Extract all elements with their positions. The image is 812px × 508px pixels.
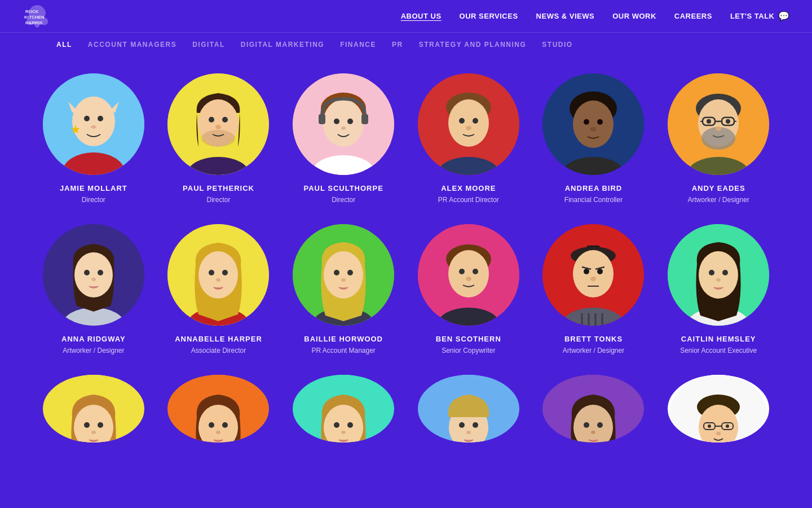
member-name-paul-s: PAUL SCULTHORPE xyxy=(303,184,383,194)
nav-work[interactable]: OUR WORK xyxy=(612,12,656,20)
team-member-row3-6[interactable] xyxy=(659,369,778,461)
svg-point-115 xyxy=(341,431,346,434)
filter-finance[interactable]: FINANCE xyxy=(340,41,376,49)
member-role-andy: Artworker / Designer xyxy=(687,196,749,204)
svg-point-109 xyxy=(216,431,220,434)
svg-point-34 xyxy=(473,118,478,124)
member-name-paul-p: PAUL PETHERICK xyxy=(183,184,254,194)
team-member-andy-eades[interactable]: ANDY EADES Artworker / Designer xyxy=(659,68,778,213)
member-role-annabelle: Associate Director xyxy=(191,347,246,354)
member-name-caitlin: CAITLIN HEMSLEY xyxy=(681,335,756,344)
svg-point-79 xyxy=(473,269,478,274)
svg-point-102 xyxy=(84,422,90,428)
svg-point-27 xyxy=(347,119,353,124)
site-header: ROCK KITCHEN HARRIS ABOUT US OUR SERVICE… xyxy=(0,0,812,33)
svg-point-133 xyxy=(708,424,711,428)
svg-point-19 xyxy=(215,125,221,129)
svg-point-67 xyxy=(216,278,220,282)
svg-point-95 xyxy=(699,251,738,299)
member-name-baillie: BAILLIE HORWOOD xyxy=(304,335,383,344)
nav-about[interactable]: ABOUT US xyxy=(401,12,442,20)
svg-point-54 xyxy=(726,119,730,124)
svg-point-114 xyxy=(347,422,353,428)
svg-point-89 xyxy=(573,250,614,297)
svg-point-118 xyxy=(459,422,465,428)
team-member-row3-1[interactable] xyxy=(34,369,153,461)
member-name-brett: BRETT TONKS xyxy=(564,335,623,344)
member-role-alex: PR Account Director xyxy=(438,196,499,204)
svg-point-98 xyxy=(716,278,721,282)
svg-point-7 xyxy=(84,116,90,121)
member-name-ben: BEN SCOTHERN xyxy=(436,335,501,344)
filter-studio[interactable]: STUDIO xyxy=(542,41,572,49)
member-name-anna: ANNA RIDGWAY xyxy=(61,335,126,344)
svg-point-73 xyxy=(341,278,346,282)
svg-point-16 xyxy=(201,130,235,147)
svg-point-72 xyxy=(347,270,353,275)
team-member-jamie-mollart[interactable]: JAMIE MOLLART Director xyxy=(34,68,153,213)
member-name-andy: ANDY EADES xyxy=(692,184,745,194)
team-member-row3-2[interactable] xyxy=(159,369,279,461)
team-member-anna-ridgway[interactable]: ANNA RIDGWAY Artworker / Designer xyxy=(34,218,153,364)
filter-account-managers[interactable]: ACCOUNT MANAGERS xyxy=(88,41,176,49)
member-name-alex: ALEX MOORE xyxy=(441,184,496,194)
svg-point-42 xyxy=(590,127,597,132)
svg-point-39 xyxy=(573,100,614,148)
svg-point-103 xyxy=(98,422,103,428)
svg-point-17 xyxy=(209,117,214,122)
filter-strategy[interactable]: STRATEGY AND PLANNING xyxy=(419,41,527,49)
svg-point-8 xyxy=(98,116,103,121)
member-role-brett: Artworker / Designer xyxy=(563,347,624,354)
svg-point-90 xyxy=(584,269,589,274)
team-member-row3-5[interactable] xyxy=(534,369,654,461)
svg-point-23 xyxy=(323,99,364,147)
svg-point-134 xyxy=(726,424,729,428)
svg-point-64 xyxy=(198,251,238,299)
svg-text:ROCK: ROCK xyxy=(25,9,39,14)
svg-point-80 xyxy=(466,277,471,281)
svg-point-35 xyxy=(466,126,471,130)
member-name-andrea: ANDREA BIRD xyxy=(565,184,623,194)
nav-news[interactable]: NEWS & VIEWS xyxy=(536,12,595,20)
member-role-ben: Senior Copywriter xyxy=(442,347,495,354)
team-member-row3-3[interactable] xyxy=(284,369,403,461)
svg-point-92 xyxy=(590,277,596,281)
team-member-alex-moore[interactable]: ALEX MOORE PR Account Director xyxy=(409,68,528,213)
svg-point-32 xyxy=(448,99,489,147)
team-member-annabelle-harper[interactable]: ANNABELLE HARPER Associate Director xyxy=(159,218,279,364)
team-member-baillie-horwood[interactable]: BAILLIE HORWOOD PR Account Manager xyxy=(284,218,403,364)
team-member-row3-4[interactable] xyxy=(409,369,528,461)
svg-rect-24 xyxy=(319,114,325,124)
svg-point-59 xyxy=(84,270,90,275)
svg-point-6 xyxy=(72,97,115,146)
svg-point-71 xyxy=(334,270,339,275)
nav-lets-talk[interactable]: LET'S TALK 💬 xyxy=(730,11,789,21)
member-role-andrea: Financial Controller xyxy=(564,196,623,204)
member-name-jamie: JAMIE MOLLART xyxy=(60,184,127,194)
svg-point-96 xyxy=(709,270,714,275)
svg-point-123 xyxy=(584,422,589,428)
filter-digital[interactable]: DIGITAL xyxy=(192,41,225,49)
nav-careers[interactable]: CAREERS xyxy=(674,12,712,20)
team-member-paul-petherick[interactable]: PAUL PETHERICK Director xyxy=(159,68,279,213)
team-member-andrea-bird[interactable]: ANDREA BIRD Financial Controller xyxy=(534,68,654,213)
team-member-paul-sculthorpe[interactable]: PAUL SCULTHORPE Director xyxy=(284,68,403,213)
team-member-caitlin-hemsley[interactable]: CAITLIN HEMSLEY Senior Account Executive xyxy=(659,218,778,364)
team-grid: JAMIE MOLLART Director xyxy=(0,56,812,472)
filter-digital-marketing[interactable]: DIGITAL MARKETING xyxy=(241,41,324,49)
svg-point-55 xyxy=(716,126,721,131)
logo[interactable]: ROCK KITCHEN HARRIS xyxy=(23,2,52,31)
filter-all[interactable]: ALL xyxy=(56,41,72,49)
svg-point-120 xyxy=(466,431,471,434)
nav-services[interactable]: OUR SERVICES xyxy=(460,12,518,20)
svg-point-41 xyxy=(597,119,603,125)
svg-point-53 xyxy=(707,119,711,124)
svg-point-18 xyxy=(222,117,228,122)
svg-point-135 xyxy=(716,432,721,435)
team-member-brett-tonks[interactable]: BRETT TONKS Artworker / Designer xyxy=(534,218,654,364)
svg-point-33 xyxy=(459,118,465,124)
filter-pr[interactable]: PR xyxy=(392,41,403,49)
member-name-annabelle: ANNABELLE HARPER xyxy=(175,335,262,344)
svg-point-77 xyxy=(448,250,489,297)
team-member-ben-scothern[interactable]: BEN SCOTHERN Senior Copywriter xyxy=(409,218,528,364)
